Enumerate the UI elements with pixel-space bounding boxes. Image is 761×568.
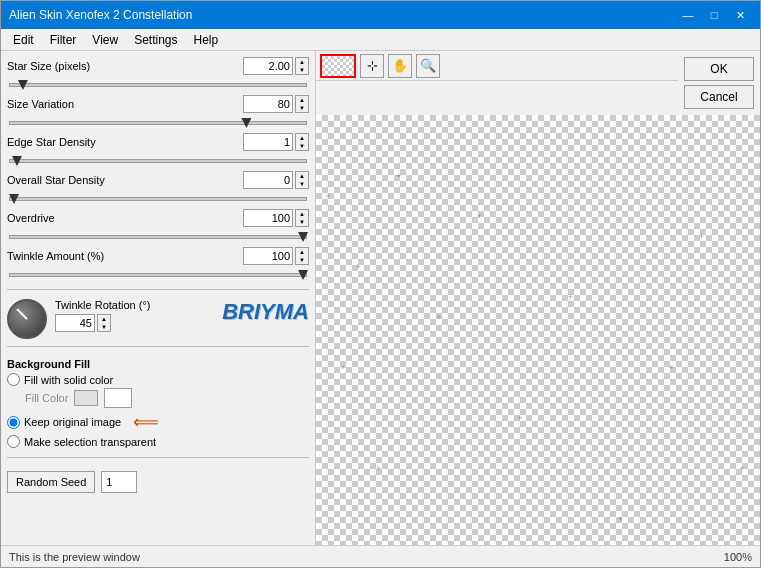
close-button[interactable]: ✕ <box>728 5 752 25</box>
arrow-indicator: ⟸ <box>133 411 159 433</box>
close-icon: ✕ <box>736 9 745 22</box>
radio-transparent[interactable] <box>7 435 20 448</box>
menu-filter[interactable]: Filter <box>42 31 85 48</box>
size-variation-label: Size Variation <box>7 98 243 110</box>
twinkle-amount-input[interactable] <box>243 247 293 265</box>
twinkle-rotation-input[interactable] <box>55 314 95 332</box>
random-seed-button[interactable]: Random Seed <box>7 471 95 493</box>
edge-star-density-spinner: ▲ ▼ <box>295 133 309 151</box>
twinkle-amount-down[interactable]: ▼ <box>296 256 308 264</box>
size-variation-spinner: ▲ ▼ <box>295 95 309 113</box>
star-size-row: Star Size (pixels) ▲ ▼ <box>7 57 309 75</box>
status-text: This is the preview window <box>9 551 140 563</box>
background-fill-section: Background Fill Fill with solid color Fi… <box>7 358 309 450</box>
twinkle-amount-up[interactable]: ▲ <box>296 248 308 256</box>
zoom-icon: 🔍 <box>420 58 436 73</box>
main-area: Star Size (pixels) ▲ ▼ Size Variation <box>1 51 760 545</box>
radio-fill-solid-label: Fill with solid color <box>24 374 113 386</box>
maximize-icon: □ <box>711 9 718 21</box>
divider-1 <box>7 289 309 290</box>
edge-star-density-down[interactable]: ▼ <box>296 142 308 150</box>
overdrive-spinner: ▲ ▼ <box>295 209 309 227</box>
divider-3 <box>7 457 309 458</box>
main-window: Alien Skin Xenofex 2 Constellation — □ ✕… <box>0 0 761 568</box>
overall-star-density-spinner: ▲ ▼ <box>295 171 309 189</box>
left-panel: Star Size (pixels) ▲ ▼ Size Variation <box>1 51 316 545</box>
star-size-label: Star Size (pixels) <box>7 60 243 72</box>
menu-edit[interactable]: Edit <box>5 31 42 48</box>
edge-star-density-input[interactable] <box>243 133 293 151</box>
size-variation-input[interactable] <box>243 95 293 113</box>
twinkle-amount-spinner: ▲ ▼ <box>295 247 309 265</box>
maximize-button[interactable]: □ <box>702 5 726 25</box>
radio-fill-solid[interactable] <box>7 373 20 386</box>
overall-star-density-track <box>9 197 307 201</box>
star-size-input-area: ▲ ▼ <box>243 57 309 75</box>
twinkle-rotation-label: Twinkle Rotation (°) <box>55 299 204 311</box>
preview-canvas <box>316 115 760 545</box>
cancel-button[interactable]: Cancel <box>684 85 754 109</box>
fill-color-swatch-gray[interactable] <box>74 390 98 406</box>
overdrive-down[interactable]: ▼ <box>296 218 308 226</box>
twinkle-amount-label: Twinkle Amount (%) <box>7 250 243 262</box>
radio-keep-original-row: Keep original image ⟸ <box>7 411 309 433</box>
hand-icon: ✋ <box>392 58 408 73</box>
seed-input[interactable] <box>101 471 137 493</box>
twinkle-right: Twinkle Rotation (°) ▲ ▼ <box>55 299 204 332</box>
ok-button[interactable]: OK <box>684 57 754 81</box>
title-bar-title: Alien Skin Xenofex 2 Constellation <box>9 8 192 22</box>
menu-help[interactable]: Help <box>186 31 227 48</box>
twinkle-rotation-down[interactable]: ▼ <box>98 323 110 331</box>
edge-star-density-up[interactable]: ▲ <box>296 134 308 142</box>
menu-settings[interactable]: Settings <box>126 31 185 48</box>
overall-star-density-input[interactable] <box>243 171 293 189</box>
overall-star-density-row: Overall Star Density ▲ ▼ <box>7 171 309 189</box>
title-bar: Alien Skin Xenofex 2 Constellation — □ ✕ <box>1 1 760 29</box>
preview-thumbnail[interactable] <box>320 54 356 78</box>
overdrive-slider-container <box>9 232 307 242</box>
overall-star-density-down[interactable]: ▼ <box>296 180 308 188</box>
size-variation-up[interactable]: ▲ <box>296 96 308 104</box>
fill-color-row: Fill Color <box>25 388 309 408</box>
overdrive-up[interactable]: ▲ <box>296 210 308 218</box>
preview-toolbar: ⊹ ✋ 🔍 <box>316 51 678 81</box>
zoom-tool-button[interactable]: 🔍 <box>416 54 440 78</box>
right-panel: ⊹ ✋ 🔍 OK Cancel <box>316 51 760 545</box>
menu-bar: Edit Filter View Settings Help <box>1 29 760 51</box>
overall-star-density-slider-container <box>9 194 307 204</box>
minimize-button[interactable]: — <box>676 5 700 25</box>
star-size-up[interactable]: ▲ <box>296 58 308 66</box>
cursor-tool-button[interactable]: ⊹ <box>360 54 384 78</box>
overdrive-input-area: ▲ ▼ <box>243 209 309 227</box>
overall-star-density-up[interactable]: ▲ <box>296 172 308 180</box>
radio-keep-original-label: Keep original image <box>24 416 121 428</box>
twinkle-rotation-spinner: ▲ ▼ <box>97 314 111 332</box>
dial-needle <box>16 308 27 319</box>
overdrive-track <box>9 235 307 239</box>
edge-star-density-row: Edge Star Density ▲ ▼ <box>7 133 309 151</box>
star-overlay <box>316 115 760 545</box>
size-variation-slider-container <box>9 118 307 128</box>
overall-star-density-label: Overall Star Density <box>7 174 243 186</box>
fill-color-swatch-white[interactable] <box>104 388 132 408</box>
star-size-input[interactable] <box>243 57 293 75</box>
overdrive-label: Overdrive <box>7 212 243 224</box>
twinkle-input-row: ▲ ▼ <box>55 314 204 332</box>
edge-star-density-label: Edge Star Density <box>7 136 243 148</box>
radio-keep-original[interactable] <box>7 416 20 429</box>
twinkle-amount-track <box>9 273 307 277</box>
edge-star-density-input-area: ▲ ▼ <box>243 133 309 151</box>
star-size-spinner: ▲ ▼ <box>295 57 309 75</box>
star-size-down[interactable]: ▼ <box>296 66 308 74</box>
twinkle-amount-slider-container <box>9 270 307 280</box>
twinkle-rotation-up[interactable]: ▲ <box>98 315 110 323</box>
size-variation-track <box>9 121 307 125</box>
menu-view[interactable]: View <box>84 31 126 48</box>
hand-tool-button[interactable]: ✋ <box>388 54 412 78</box>
size-variation-down[interactable]: ▼ <box>296 104 308 112</box>
twinkle-dial[interactable] <box>7 299 47 339</box>
random-seed-row: Random Seed <box>7 471 309 493</box>
overdrive-input[interactable] <box>243 209 293 227</box>
star-size-track <box>9 83 307 87</box>
overall-star-density-input-area: ▲ ▼ <box>243 171 309 189</box>
